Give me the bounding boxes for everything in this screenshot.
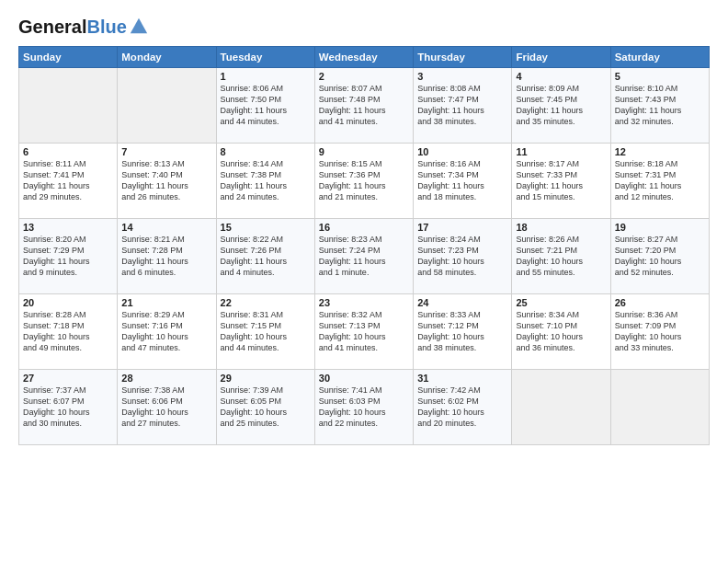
calendar-cell: 27Sunrise: 7:37 AM Sunset: 6:07 PM Dayli… [19, 370, 118, 445]
day-number: 11 [516, 146, 606, 157]
day-number: 29 [221, 373, 311, 384]
calendar-cell [118, 68, 216, 144]
day-number: 7 [121, 146, 211, 157]
weekday-header: Tuesday [216, 47, 314, 68]
calendar: SundayMondayTuesdayWednesdayThursdayFrid… [18, 46, 710, 445]
calendar-cell: 17Sunrise: 8:24 AM Sunset: 7:23 PM Dayli… [414, 219, 512, 294]
day-number: 4 [516, 71, 606, 82]
day-number: 3 [417, 71, 507, 82]
day-detail: Sunrise: 7:39 AM Sunset: 6:05 PM Dayligh… [221, 385, 311, 430]
day-detail: Sunrise: 7:38 AM Sunset: 6:06 PM Dayligh… [121, 385, 211, 430]
calendar-cell: 2Sunrise: 8:07 AM Sunset: 7:48 PM Daylig… [314, 68, 413, 144]
day-detail: Sunrise: 8:29 AM Sunset: 7:16 PM Dayligh… [121, 309, 211, 354]
day-number: 30 [319, 373, 409, 384]
day-number: 25 [516, 297, 606, 308]
day-detail: Sunrise: 8:31 AM Sunset: 7:15 PM Dayligh… [221, 309, 311, 354]
day-number: 20 [23, 297, 113, 308]
weekday-header: Monday [118, 47, 216, 68]
day-detail: Sunrise: 8:07 AM Sunset: 7:48 PM Dayligh… [319, 83, 409, 128]
calendar-cell: 6Sunrise: 8:11 AM Sunset: 7:41 PM Daylig… [19, 144, 118, 219]
calendar-cell: 22Sunrise: 8:31 AM Sunset: 7:15 PM Dayli… [216, 294, 314, 370]
day-detail: Sunrise: 8:14 AM Sunset: 7:38 PM Dayligh… [221, 158, 311, 203]
day-number: 6 [23, 146, 113, 157]
weekday-header: Sunday [19, 47, 118, 68]
calendar-cell: 7Sunrise: 8:13 AM Sunset: 7:40 PM Daylig… [118, 144, 216, 219]
calendar-cell: 23Sunrise: 8:32 AM Sunset: 7:13 PM Dayli… [314, 294, 413, 370]
logo: GeneralBlue [18, 17, 149, 37]
day-number: 28 [121, 373, 211, 384]
calendar-cell [19, 68, 118, 144]
day-number: 22 [221, 297, 311, 308]
day-number: 17 [417, 222, 507, 233]
calendar-cell: 14Sunrise: 8:21 AM Sunset: 7:28 PM Dayli… [118, 219, 216, 294]
day-number: 18 [516, 222, 606, 233]
day-number: 24 [417, 297, 507, 308]
weekday-header: Thursday [414, 47, 512, 68]
day-number: 12 [615, 146, 705, 157]
calendar-cell: 12Sunrise: 8:18 AM Sunset: 7:31 PM Dayli… [610, 144, 709, 219]
day-detail: Sunrise: 8:33 AM Sunset: 7:12 PM Dayligh… [417, 309, 507, 354]
calendar-cell: 18Sunrise: 8:26 AM Sunset: 7:21 PM Dayli… [512, 219, 610, 294]
day-number: 10 [417, 146, 507, 157]
calendar-cell: 26Sunrise: 8:36 AM Sunset: 7:09 PM Dayli… [610, 294, 709, 370]
day-detail: Sunrise: 8:21 AM Sunset: 7:28 PM Dayligh… [121, 234, 211, 279]
day-detail: Sunrise: 8:36 AM Sunset: 7:09 PM Dayligh… [615, 309, 705, 354]
calendar-cell: 5Sunrise: 8:10 AM Sunset: 7:43 PM Daylig… [610, 68, 709, 144]
day-detail: Sunrise: 8:32 AM Sunset: 7:13 PM Dayligh… [319, 309, 409, 354]
day-detail: Sunrise: 7:42 AM Sunset: 6:02 PM Dayligh… [417, 385, 507, 430]
day-detail: Sunrise: 8:08 AM Sunset: 7:47 PM Dayligh… [417, 83, 507, 128]
day-number: 27 [23, 373, 113, 384]
logo-icon [129, 17, 149, 37]
header: GeneralBlue [18, 17, 710, 37]
day-number: 8 [221, 146, 311, 157]
calendar-cell: 25Sunrise: 8:34 AM Sunset: 7:10 PM Dayli… [512, 294, 610, 370]
weekday-header: Saturday [610, 47, 709, 68]
day-detail: Sunrise: 8:06 AM Sunset: 7:50 PM Dayligh… [221, 83, 311, 128]
day-number: 14 [121, 222, 211, 233]
day-detail: Sunrise: 8:23 AM Sunset: 7:24 PM Dayligh… [319, 234, 409, 279]
day-detail: Sunrise: 8:09 AM Sunset: 7:45 PM Dayligh… [516, 83, 606, 128]
day-number: 16 [319, 222, 409, 233]
day-number: 5 [615, 71, 705, 82]
day-detail: Sunrise: 8:11 AM Sunset: 7:41 PM Dayligh… [23, 158, 113, 203]
day-detail: Sunrise: 8:18 AM Sunset: 7:31 PM Dayligh… [615, 158, 705, 203]
day-number: 1 [221, 71, 311, 82]
calendar-cell: 8Sunrise: 8:14 AM Sunset: 7:38 PM Daylig… [216, 144, 314, 219]
calendar-cell: 31Sunrise: 7:42 AM Sunset: 6:02 PM Dayli… [414, 370, 512, 445]
day-detail: Sunrise: 8:27 AM Sunset: 7:20 PM Dayligh… [615, 234, 705, 279]
day-detail: Sunrise: 7:41 AM Sunset: 6:03 PM Dayligh… [319, 385, 409, 430]
day-detail: Sunrise: 8:16 AM Sunset: 7:34 PM Dayligh… [417, 158, 507, 203]
day-number: 15 [221, 222, 311, 233]
day-detail: Sunrise: 7:37 AM Sunset: 6:07 PM Dayligh… [23, 385, 113, 430]
calendar-cell: 30Sunrise: 7:41 AM Sunset: 6:03 PM Dayli… [314, 370, 413, 445]
day-number: 26 [615, 297, 705, 308]
calendar-cell: 29Sunrise: 7:39 AM Sunset: 6:05 PM Dayli… [216, 370, 314, 445]
calendar-cell: 3Sunrise: 8:08 AM Sunset: 7:47 PM Daylig… [414, 68, 512, 144]
day-detail: Sunrise: 8:15 AM Sunset: 7:36 PM Dayligh… [319, 158, 409, 203]
day-detail: Sunrise: 8:10 AM Sunset: 7:43 PM Dayligh… [615, 83, 705, 128]
day-detail: Sunrise: 8:13 AM Sunset: 7:40 PM Dayligh… [121, 158, 211, 203]
day-number: 9 [319, 146, 409, 157]
calendar-cell: 28Sunrise: 7:38 AM Sunset: 6:06 PM Dayli… [118, 370, 216, 445]
day-detail: Sunrise: 8:34 AM Sunset: 7:10 PM Dayligh… [516, 309, 606, 354]
day-detail: Sunrise: 8:22 AM Sunset: 7:26 PM Dayligh… [221, 234, 311, 279]
day-number: 13 [23, 222, 113, 233]
weekday-header: Friday [512, 47, 610, 68]
day-number: 31 [417, 373, 507, 384]
calendar-cell: 11Sunrise: 8:17 AM Sunset: 7:33 PM Dayli… [512, 144, 610, 219]
calendar-cell: 4Sunrise: 8:09 AM Sunset: 7:45 PM Daylig… [512, 68, 610, 144]
day-detail: Sunrise: 8:24 AM Sunset: 7:23 PM Dayligh… [417, 234, 507, 279]
day-detail: Sunrise: 8:26 AM Sunset: 7:21 PM Dayligh… [516, 234, 606, 279]
weekday-header: Wednesday [314, 47, 413, 68]
calendar-cell: 16Sunrise: 8:23 AM Sunset: 7:24 PM Dayli… [314, 219, 413, 294]
page: GeneralBlue SundayMondayTuesdayWednesday… [0, 0, 728, 563]
calendar-cell [610, 370, 709, 445]
calendar-cell: 24Sunrise: 8:33 AM Sunset: 7:12 PM Dayli… [414, 294, 512, 370]
calendar-cell: 15Sunrise: 8:22 AM Sunset: 7:26 PM Dayli… [216, 219, 314, 294]
calendar-cell: 21Sunrise: 8:29 AM Sunset: 7:16 PM Dayli… [118, 294, 216, 370]
calendar-cell [512, 370, 610, 445]
day-number: 2 [319, 71, 409, 82]
day-number: 19 [615, 222, 705, 233]
calendar-cell: 1Sunrise: 8:06 AM Sunset: 7:50 PM Daylig… [216, 68, 314, 144]
day-detail: Sunrise: 8:20 AM Sunset: 7:29 PM Dayligh… [23, 234, 113, 279]
